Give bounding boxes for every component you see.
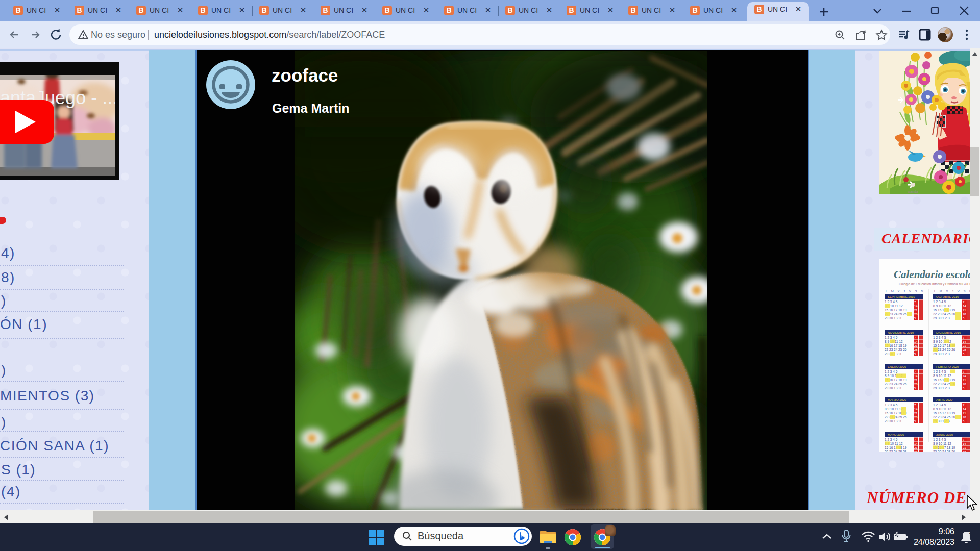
svg-text:Colegio de Educación Infantil: Colegio de Educación Infantil y Primaria… xyxy=(899,282,970,286)
svg-text:ENERO 2020: ENERO 2020 xyxy=(888,365,906,368)
svg-text:L M X J V S D: L M X J V S D xyxy=(886,290,924,293)
svg-text:28: 28 xyxy=(914,313,918,316)
svg-text:21: 21 xyxy=(914,446,918,449)
svg-text:22 23 24 25 26: 22 23 24 25 26 xyxy=(933,450,955,452)
svg-text:z: z xyxy=(968,531,970,536)
svg-text:1 2 3 4 5: 1 2 3 4 5 xyxy=(885,336,898,339)
svg-text:28: 28 xyxy=(963,383,966,386)
svg-text:21: 21 xyxy=(914,412,918,415)
svg-text:8 9 10 11 12: 8 9 10 11 12 xyxy=(885,407,903,411)
svg-text:28: 28 xyxy=(963,313,966,316)
svg-text:ABRIL 2020: ABRIL 2020 xyxy=(936,398,953,402)
svg-text:14: 14 xyxy=(914,340,918,343)
svg-text:29 30 1 2 3: 29 30 1 2 3 xyxy=(933,352,950,356)
svg-text:15 16 17 18 19: 15 16 17 18 19 xyxy=(885,308,907,312)
svg-text:21: 21 xyxy=(963,379,966,382)
svg-text:15 16 17 18 19: 15 16 17 18 19 xyxy=(933,378,955,382)
svg-text:1 2 3 4 5: 1 2 3 4 5 xyxy=(885,300,898,304)
svg-text:28: 28 xyxy=(914,450,918,452)
svg-text:28: 28 xyxy=(963,348,966,352)
svg-text:14: 14 xyxy=(963,374,966,378)
svg-text:15 16 17 18 19: 15 16 17 18 19 xyxy=(885,446,907,449)
svg-text:14: 14 xyxy=(914,442,918,445)
svg-text:FEBRERO 2020: FEBRERO 2020 xyxy=(936,365,959,368)
svg-text:1 2 3 4 5: 1 2 3 4 5 xyxy=(933,403,946,407)
svg-text:29 30 1 2 3: 29 30 1 2 3 xyxy=(885,419,901,423)
svg-text:DICIEMBRE 2019: DICIEMBRE 2019 xyxy=(936,331,961,334)
svg-text:21: 21 xyxy=(914,344,918,347)
svg-text:28: 28 xyxy=(914,416,918,419)
svg-text:8 9 10 11 12: 8 9 10 11 12 xyxy=(933,442,951,445)
svg-text:22 23 24 25 26: 22 23 24 25 26 xyxy=(933,415,955,419)
svg-text:14: 14 xyxy=(963,305,966,308)
svg-text:28: 28 xyxy=(914,383,918,386)
svg-text:21: 21 xyxy=(914,309,918,312)
svg-text:14: 14 xyxy=(963,442,966,445)
svg-text:14: 14 xyxy=(914,305,918,308)
svg-text:21: 21 xyxy=(963,344,966,347)
svg-text:MARZO 2020: MARZO 2020 xyxy=(888,398,906,402)
svg-text:28: 28 xyxy=(963,450,966,452)
svg-text:29 30 1 2 3: 29 30 1 2 3 xyxy=(885,316,901,320)
svg-text:15 16 17 18 19: 15 16 17 18 19 xyxy=(933,411,955,415)
svg-text:14: 14 xyxy=(963,340,966,343)
svg-text:29 30 1 2 3: 29 30 1 2 3 xyxy=(885,386,901,390)
svg-text:L M X J V S D: L M X J V S D xyxy=(934,290,970,293)
svg-text:14: 14 xyxy=(963,408,966,411)
svg-text:JUNIO 2020: JUNIO 2020 xyxy=(936,433,953,436)
svg-text:8 9 10 11 12: 8 9 10 11 12 xyxy=(933,374,951,378)
svg-text:21: 21 xyxy=(963,309,966,312)
svg-text:Calendario escolar: Calendario escolar xyxy=(894,268,970,281)
svg-text:1 2 3 4 5: 1 2 3 4 5 xyxy=(885,403,898,407)
svg-text:21: 21 xyxy=(963,446,966,449)
svg-text:28: 28 xyxy=(963,416,966,419)
svg-text:wanda: wanda xyxy=(907,190,918,193)
svg-text:1 2 3 4 5: 1 2 3 4 5 xyxy=(933,438,946,441)
svg-text:1 2 3 4 5: 1 2 3 4 5 xyxy=(885,370,898,373)
svg-text:21: 21 xyxy=(963,412,966,415)
svg-text:22 23 24 25 26: 22 23 24 25 26 xyxy=(885,382,907,386)
svg-text:14: 14 xyxy=(914,374,918,378)
svg-text:OCTUBRE 2019: OCTUBRE 2019 xyxy=(936,295,959,298)
svg-text:28: 28 xyxy=(914,348,918,352)
svg-text:1 2 3 4 5: 1 2 3 4 5 xyxy=(933,336,946,339)
svg-text:22 23 24 25 26: 22 23 24 25 26 xyxy=(885,450,907,452)
svg-text:22 23 24 25 26: 22 23 24 25 26 xyxy=(933,312,955,316)
svg-text:22 23 24 25 26: 22 23 24 25 26 xyxy=(885,348,907,352)
svg-text:1 2 3 4 5: 1 2 3 4 5 xyxy=(885,438,898,441)
svg-text:14: 14 xyxy=(914,408,918,411)
svg-text:1 2 3 4 5: 1 2 3 4 5 xyxy=(933,370,946,373)
svg-text:15 16 17 18 19: 15 16 17 18 19 xyxy=(933,308,955,312)
svg-text:22 23 24 25 26: 22 23 24 25 26 xyxy=(885,415,907,419)
svg-text:SEPTIEMBRE 2019: SEPTIEMBRE 2019 xyxy=(888,295,915,298)
svg-text:NOVIEMBRE 2019: NOVIEMBRE 2019 xyxy=(888,331,914,334)
svg-text:1 2 3 4 5: 1 2 3 4 5 xyxy=(933,300,946,304)
svg-text:MAYO 2020: MAYO 2020 xyxy=(888,433,904,436)
svg-text:8 9 10 11 12: 8 9 10 11 12 xyxy=(933,304,951,308)
svg-text:29 30 1 2 3: 29 30 1 2 3 xyxy=(933,386,950,390)
svg-text:21: 21 xyxy=(914,379,918,382)
svg-text:29 30 1 2 3: 29 30 1 2 3 xyxy=(933,316,950,320)
svg-text:8 9 10 11 12: 8 9 10 11 12 xyxy=(933,407,951,411)
